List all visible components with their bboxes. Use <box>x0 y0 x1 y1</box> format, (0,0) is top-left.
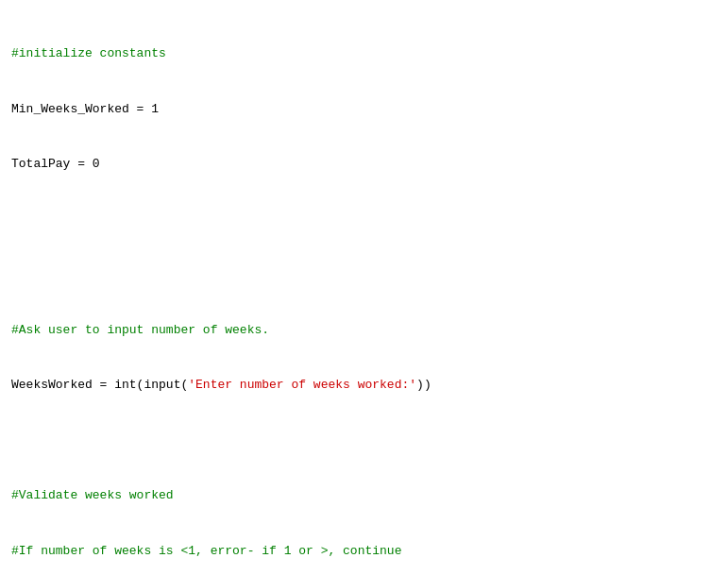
line-4 <box>11 211 717 229</box>
line-7: WeeksWorked = int(input('Enter number of… <box>11 376 717 395</box>
line-6: #Ask user to input number of weeks. <box>11 321 717 340</box>
line-2: Min_Weeks_Worked = 1 <box>11 100 717 119</box>
code-content: #initialize constants Min_Weeks_Worked =… <box>11 8 717 575</box>
line-1: #initialize constants <box>11 44 717 63</box>
line-3: TotalPay = 0 <box>11 155 717 174</box>
line-5 <box>11 265 717 284</box>
line-8 <box>11 431 717 450</box>
line-10: #If number of weeks is <1, error- if 1 o… <box>11 542 717 561</box>
code-editor: #initialize constants Min_Weeks_Worked =… <box>0 0 728 575</box>
line-9: #Validate weeks worked <box>11 486 717 505</box>
